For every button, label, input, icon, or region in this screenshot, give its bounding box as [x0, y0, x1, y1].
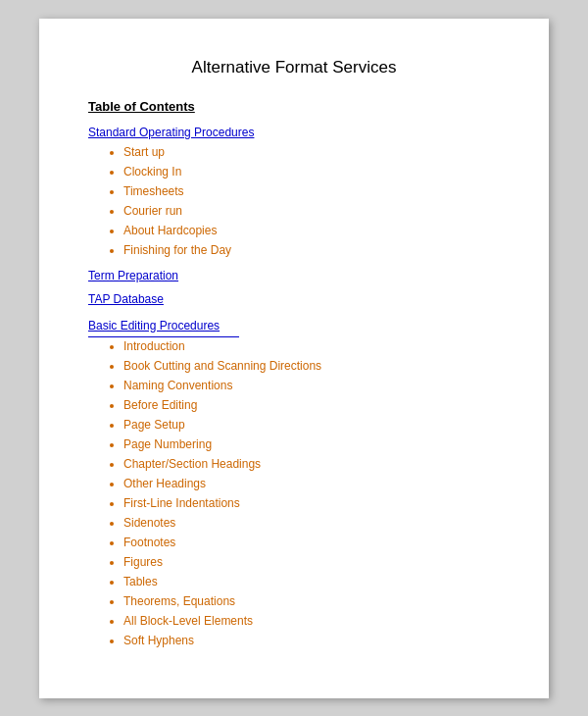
- list-item: About Hardcopies: [123, 222, 500, 239]
- list-item: Finishing for the Day: [123, 241, 500, 259]
- list-item: Other Headings: [123, 475, 500, 492]
- list-item: Page Setup: [123, 416, 500, 434]
- list-item: Naming Conventions: [123, 377, 500, 394]
- list-item: Tables: [123, 573, 500, 590]
- list-item: Start up: [123, 143, 500, 161]
- section-link-basic-editing[interactable]: Basic Editing Procedures: [88, 319, 220, 332]
- section-link-basic-editing-wrapper: Basic Editing Procedures: [88, 316, 239, 337]
- list-item: Theorems, Equations: [123, 592, 500, 610]
- section-link-term-preparation[interactable]: Term Preparation: [88, 269, 500, 282]
- section-link-tap-database[interactable]: TAP Database: [88, 292, 500, 306]
- section-basic-editing: Basic Editing Procedures Introduction Bo…: [88, 316, 500, 649]
- page-title: Alternative Format Services: [88, 58, 500, 77]
- list-item: Timesheets: [123, 182, 500, 200]
- list-item: Introduction: [123, 337, 500, 355]
- list-item: Footnotes: [123, 534, 500, 551]
- document-page: Alternative Format Services Table of Con…: [39, 19, 549, 698]
- list-item: Chapter/Section Headings: [123, 455, 500, 473]
- list-item: Soft Hyphens: [123, 632, 500, 649]
- list-item: Clocking In: [123, 163, 500, 180]
- list-item: Figures: [123, 553, 500, 571]
- list-item: Book Cutting and Scanning Directions: [123, 357, 500, 375]
- section-term-preparation: Term Preparation: [88, 269, 500, 282]
- list-item: Sidenotes: [123, 514, 500, 532]
- bullet-list-standard: Start up Clocking In Timesheets Courier …: [123, 143, 500, 259]
- list-item: First-Line Indentations: [123, 494, 500, 512]
- list-item: All Block-Level Elements: [123, 612, 500, 630]
- section-link-standard-operating[interactable]: Standard Operating Procedures: [88, 126, 500, 139]
- toc-heading: Table of Contents: [88, 99, 500, 114]
- section-standard-operating: Standard Operating Procedures Start up C…: [88, 126, 500, 259]
- list-item: Courier run: [123, 202, 500, 220]
- bullet-list-basic-editing: Introduction Book Cutting and Scanning D…: [123, 337, 500, 649]
- list-item: Before Editing: [123, 396, 500, 414]
- section-tap-database: TAP Database: [88, 292, 500, 306]
- list-item: Page Numbering: [123, 435, 500, 453]
